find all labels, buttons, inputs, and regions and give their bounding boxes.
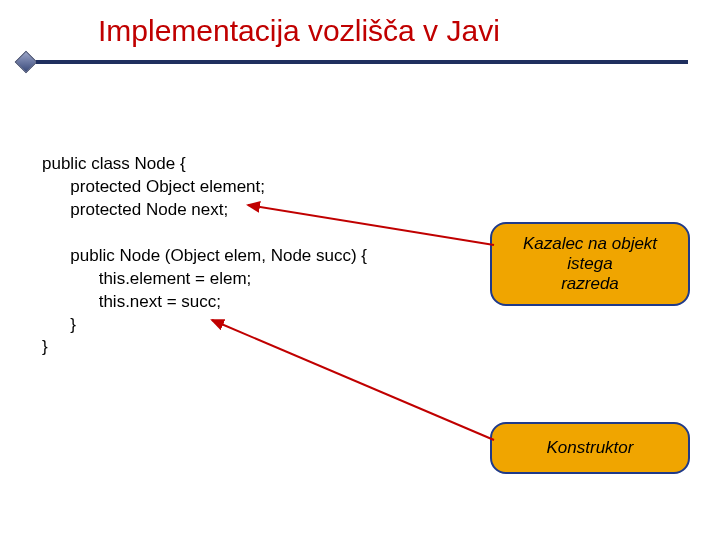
code-block: public class Node { protected Object ele… [42,130,367,359]
slide-title: Implementacija vozlišča v Javi [98,14,500,48]
callout-text: Konstruktor [506,438,674,458]
callout-line: razreda [506,274,674,294]
code-line: public Node (Object elem, Node succ) { [42,246,367,265]
code-line: } [42,337,48,356]
title-underline [36,60,688,64]
title-bullet-diamond [15,51,38,74]
code-line: this.next = succ; [42,292,221,311]
code-line: this.element = elem; [42,269,251,288]
code-line: protected Node next; [42,200,228,219]
callout-constructor: Konstruktor [490,422,690,474]
code-line: public class Node { [42,154,186,173]
callout-line: Kazalec na objekt istega [506,234,674,274]
callout-pointer-same-class: Kazalec na objekt istega razreda [490,222,690,306]
code-line: } [42,315,76,334]
code-line: protected Object element; [42,177,265,196]
